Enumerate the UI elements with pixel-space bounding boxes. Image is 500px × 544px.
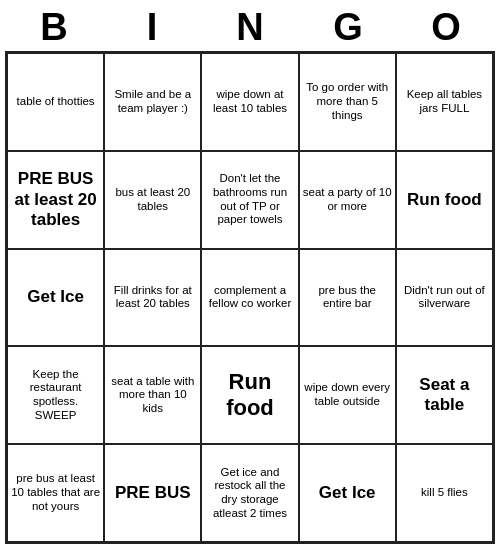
bingo-cell-r0c2: wipe down at least 10 tables [201, 53, 298, 151]
letter-o: O [401, 6, 491, 49]
bingo-cell-r3c1: seat a table with more than 10 kids [104, 346, 201, 444]
bingo-cell-r1c1: bus at least 20 tables [104, 151, 201, 249]
bingo-cell-r1c0: PRE BUS at least 20 tables [7, 151, 104, 249]
bingo-header: B I N G O [5, 0, 495, 51]
letter-i: I [107, 6, 197, 49]
bingo-cell-r3c2: Run food [201, 346, 298, 444]
bingo-cell-r4c3: Get Ice [299, 444, 396, 542]
bingo-cell-r3c0: Keep the restaurant spotless. SWEEP [7, 346, 104, 444]
bingo-cell-r3c4: Seat a table [396, 346, 493, 444]
bingo-cell-r2c2: complement a fellow co worker [201, 249, 298, 347]
bingo-cell-r2c1: Fill drinks for at least 20 tables [104, 249, 201, 347]
bingo-cell-r0c0: table of thotties [7, 53, 104, 151]
bingo-cell-r4c0: pre bus at least 10 tables that are not … [7, 444, 104, 542]
bingo-cell-r1c3: seat a party of 10 or more [299, 151, 396, 249]
letter-g: G [303, 6, 393, 49]
bingo-cell-r1c2: Don't let the bathrooms run out of TP or… [201, 151, 298, 249]
bingo-cell-r2c3: pre bus the entire bar [299, 249, 396, 347]
bingo-cell-r2c4: Didn't run out of silverware [396, 249, 493, 347]
bingo-cell-r0c3: To go order with more than 5 things [299, 53, 396, 151]
bingo-cell-r0c4: Keep all tables jars FULL [396, 53, 493, 151]
bingo-cell-r4c4: kill 5 flies [396, 444, 493, 542]
bingo-cell-r1c4: Run food [396, 151, 493, 249]
letter-n: N [205, 6, 295, 49]
bingo-cell-r0c1: Smile and be a team player :) [104, 53, 201, 151]
bingo-cell-r4c1: PRE BUS [104, 444, 201, 542]
bingo-grid: table of thottiesSmile and be a team pla… [5, 51, 495, 544]
bingo-cell-r4c2: Get ice and restock all the dry storage … [201, 444, 298, 542]
bingo-cell-r3c3: wipe down every table outside [299, 346, 396, 444]
bingo-cell-r2c0: Get Ice [7, 249, 104, 347]
letter-b: B [9, 6, 99, 49]
